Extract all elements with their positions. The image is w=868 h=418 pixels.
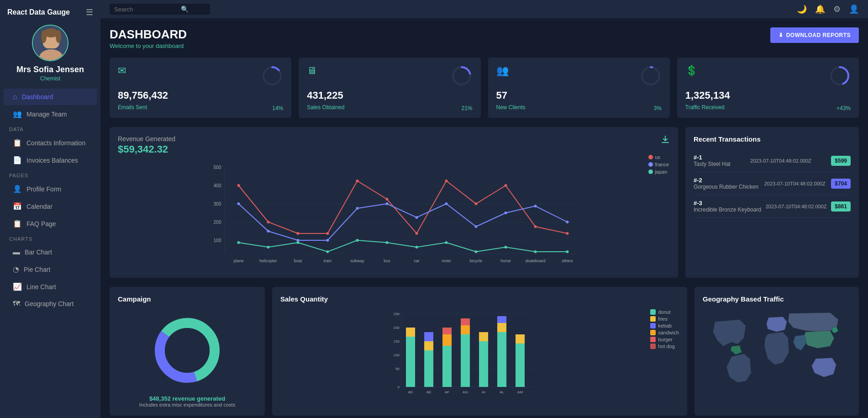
line-chart-icon: 📈 [13,282,22,291]
sidebar-item-label: Bar Chart [25,249,52,256]
charts-section-label: Charts [0,233,100,243]
geo-card: Geography Based Traffic [694,287,859,416]
topbar-actions: 🌙 🔔 ⚙ 👤 [797,4,859,14]
pie-chart-icon: ◔ [13,265,19,274]
sidebar-item-label: Line Chart [26,283,56,291]
svg-text:300: 300 [214,201,221,206]
transactions-title: Recent Transactions [694,135,851,143]
geo-chart-icon: 🗺 [13,300,20,308]
svg-point-6 [41,30,47,43]
svg-point-74 [566,250,569,253]
clients-icon: 👥 [496,65,509,77]
sidebar-item-label: Dashboard [22,93,53,101]
sales-card: Sales Quantity 0 50 100 [272,287,687,416]
svg-point-42 [326,232,329,235]
stat-card-traffic: 💲 1,325,134 Traffic Received +43% [677,58,859,118]
team-icon: 👥 [13,110,22,118]
stat-card-emails: ✉ 89,756,432 Emails Sent 14% [110,58,291,118]
menu-icon[interactable]: ☰ [86,7,93,17]
download-reports-button[interactable]: ⬇ DOWNLOAD REPORTS [770,27,859,43]
svg-rect-101 [461,318,470,325]
svg-text:moto: moto [442,259,451,263]
svg-text:0: 0 [398,385,400,389]
svg-point-39 [237,184,240,187]
svg-rect-92 [406,328,415,337]
svg-rect-91 [406,337,415,387]
svg-point-52 [267,230,270,233]
svg-text:200: 200 [394,326,400,330]
svg-rect-106 [497,316,506,323]
contacts-icon: 📋 [13,138,22,147]
revenue-download-icon[interactable] [661,135,670,146]
sidebar-item-invoices[interactable]: 📄 Invoices Balances [4,152,97,169]
svg-point-60 [505,212,507,214]
sidebar-item-calendar[interactable]: 📅 Calendar [4,198,97,215]
sidebar-item-pie-chart[interactable]: ◔ Pie Chart [4,261,97,278]
page-subtitle: Welcome to your dashboard [110,42,187,49]
download-icon: ⬇ [779,32,784,38]
sales-number: 431,225 [307,90,472,101]
main-nav: ⌂ Dashboard 👥 Manage Team [0,88,100,123]
svg-text:150: 150 [394,339,400,344]
svg-point-7 [56,30,61,43]
transaction-item-3: #-3 Incredible Bronze Keyboard 2023-07-1… [694,195,851,218]
sidebar-item-label: FAQ Page [26,220,56,228]
sidebar-item-contacts[interactable]: 📋 Contacts Information [4,134,97,151]
svg-point-54 [326,239,329,242]
emails-label: Emails Sent [118,104,283,111]
sidebar-item-dashboard[interactable]: ⌂ Dashboard [4,89,97,105]
sales-chart-wrap: 0 50 100 150 200 250 [280,309,679,401]
traffic-ring [829,65,851,87]
sidebar-item-profile[interactable]: 👤 Profile Form [4,180,97,197]
page-title-block: DASHBOARD Welcome to your dashboard [110,27,187,49]
svg-point-40 [267,221,270,223]
svg-rect-97 [442,334,452,346]
transactions-card: Recent Transactions #-1 Tasty Steel Hat … [685,127,859,278]
traffic-icon: 💲 [685,65,698,77]
svg-text:200: 200 [214,220,221,225]
svg-point-70 [445,241,448,244]
sales-ring [451,65,473,87]
sidebar-item-label: Contacts Information [26,139,85,147]
svg-point-50 [566,232,569,235]
svg-point-58 [445,202,448,205]
sidebar-item-label: Invoices Balances [26,157,78,164]
sidebar-item-manage-team[interactable]: 👥 Manage Team [4,106,97,122]
avatar [32,25,68,61]
sidebar-item-label: Calendar [26,203,53,210]
svg-rect-104 [497,332,506,387]
geo-title: Geography Based Traffic [703,295,851,303]
svg-text:50: 50 [395,367,400,371]
clients-number: 57 [496,90,662,101]
sidebar-header: React Data Gauge ☰ [0,7,100,25]
search-input[interactable] [114,6,178,13]
svg-point-66 [326,250,329,253]
calendar-icon: 📅 [13,202,22,211]
faq-icon: 📋 [13,219,22,228]
settings-icon[interactable]: ⚙ [833,4,841,14]
sidebar-item-faq[interactable]: 📋 FAQ Page [4,215,97,232]
app-title: React Data Gauge [7,8,70,16]
sidebar-item-line-chart[interactable]: 📈 Line Chart [4,278,97,295]
sidebar-item-bar-chart[interactable]: ▬ Bar Chart [4,244,97,260]
sidebar-item-geo-chart[interactable]: 🗺 Geography Chart [4,296,97,312]
svg-point-71 [475,250,478,253]
topbar: 🔍 🌙 🔔 ⚙ 👤 [100,0,868,18]
svg-point-64 [267,246,270,249]
revenue-chart-title: Revenue Generated [118,135,670,143]
svg-point-51 [237,202,240,205]
svg-point-72 [505,246,507,249]
svg-point-48 [505,184,507,187]
svg-text:bicycle: bicycle [470,259,483,263]
notifications-icon[interactable]: 🔔 [815,4,825,14]
dark-mode-icon[interactable]: 🌙 [797,4,807,14]
sales-label: Sales Obtained [307,104,472,111]
transaction-item-2: #-2 Gorgeous Rubber Chicken 2023-07-10T0… [694,172,851,195]
user-icon[interactable]: 👤 [849,4,859,14]
svg-point-68 [386,241,389,244]
svg-text:train: train [324,259,332,263]
emails-icon: ✉ [118,65,126,77]
invoices-icon: 📄 [13,156,22,164]
svg-point-56 [386,202,389,205]
page-title: DASHBOARD [110,27,187,42]
